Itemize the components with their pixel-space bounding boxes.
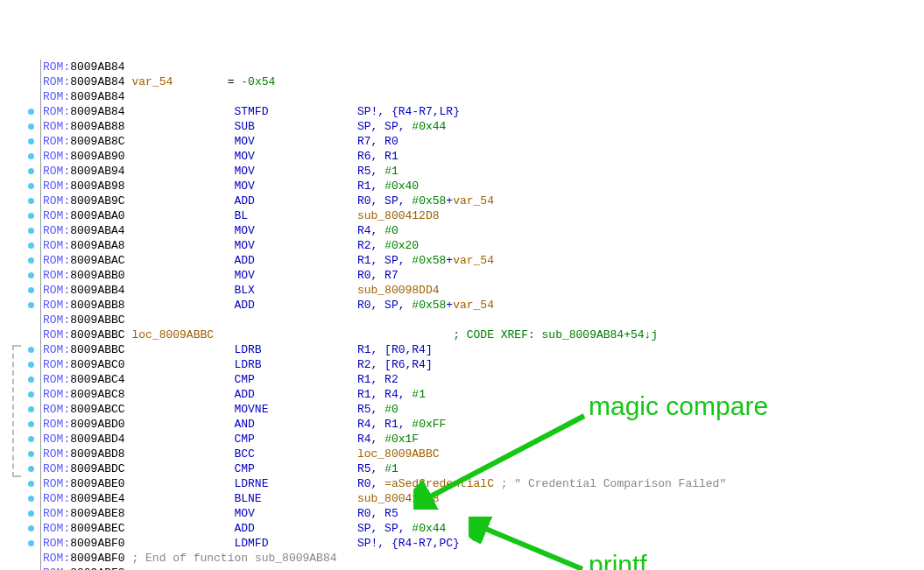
breakpoint-dot[interactable]: [28, 510, 34, 517]
margin-line: [40, 60, 41, 570]
annotation-printf: printf: [589, 557, 647, 570]
breakpoint-dot[interactable]: [28, 243, 34, 249]
arrow-printf: [469, 517, 587, 570]
code-line[interactable]: ROM:8009ABD4 CMP R4, #0x1F: [43, 432, 726, 447]
breakpoint-dot[interactable]: [28, 213, 34, 219]
code-line[interactable]: ROM:8009AB94 MOV R5, #1: [43, 164, 726, 179]
breakpoint-dot[interactable]: [28, 406, 34, 412]
code-line[interactable]: ROM:8009AB84 var_54 = -0x54: [43, 74, 726, 89]
breakpoint-dot[interactable]: [28, 362, 34, 368]
code-line[interactable]: ROM:8009ABC0 LDRB R2, [R6,R4]: [43, 357, 726, 372]
breakpoint-dot[interactable]: [28, 376, 34, 383]
code-line[interactable]: ROM:8009ABC4 CMP R1, R2: [43, 372, 726, 387]
breakpoint-dot[interactable]: [28, 525, 34, 531]
gutter: [11, 60, 39, 570]
breakpoint-dot[interactable]: [28, 272, 34, 278]
loop-bracket: [12, 345, 19, 477]
code-line[interactable]: ROM:8009ABB0 MOV R0, R7: [43, 268, 726, 283]
breakpoint-dot[interactable]: [28, 466, 34, 472]
code-line[interactable]: ROM:8009ABE8 MOV R0, R5: [43, 506, 726, 521]
breakpoint-dot[interactable]: [28, 421, 34, 427]
code-line[interactable]: ROM:8009ABDC CMP R5, #1: [43, 461, 726, 476]
code-line[interactable]: ROM:8009ABB4 BLX sub_80098DD4: [43, 283, 726, 298]
code-line[interactable]: ROM:8009ABEC ADD SP, SP, #0x44: [43, 521, 726, 536]
breakpoint-dot[interactable]: [28, 540, 34, 546]
code-line[interactable]: ROM:8009AB84 STMFD SP!, {R4-R7,LR}: [43, 104, 726, 119]
code-line[interactable]: ROM:8009AB98 MOV R1, #0x40: [43, 179, 726, 194]
code-line[interactable]: ROM:8009ABE4 BLNE sub_80041028: [43, 491, 726, 506]
breakpoint-dot[interactable]: [28, 287, 34, 293]
breakpoint-dot[interactable]: [28, 123, 34, 130]
code-line[interactable]: ROM:8009ABE0 LDRNE R0, =aSedCredentialC …: [43, 476, 726, 491]
arrow-magic-compare: [413, 407, 587, 510]
breakpoint-dot[interactable]: [28, 496, 34, 502]
code-line[interactable]: ROM:8009AB84: [43, 60, 726, 74]
code-line[interactable]: ROM:8009ABF0 LDMFD SP!, {R4-R7,PC}: [43, 536, 726, 551]
breakpoint-dot[interactable]: [28, 481, 34, 487]
code-line[interactable]: ROM:8009ABBC loc_8009ABBC ; CODE XREF: s…: [43, 327, 726, 342]
code-line[interactable]: ROM:8009ABA0 BL sub_800412D8: [43, 208, 726, 223]
breakpoint-dot[interactable]: [28, 302, 34, 308]
code-line[interactable]: ROM:8009ABAC ADD R1, SP, #0x58+var_54: [43, 253, 726, 268]
code-line[interactable]: ROM:8009AB8C MOV R7, R0: [43, 134, 726, 149]
breakpoint-dot[interactable]: [28, 109, 34, 115]
disassembly-view[interactable]: ROM:8009AB84ROM:8009AB84 var_54 = -0x54R…: [0, 60, 924, 570]
code-area[interactable]: ROM:8009AB84ROM:8009AB84 var_54 = -0x54R…: [43, 60, 726, 570]
breakpoint-dot[interactable]: [28, 198, 34, 204]
code-line[interactable]: ROM:8009AB9C ADD R0, SP, #0x58+var_54: [43, 194, 726, 208]
code-line[interactable]: ROM:8009AB88 SUB SP, SP, #0x44: [43, 119, 726, 134]
breakpoint-dot[interactable]: [28, 183, 34, 189]
breakpoint-dot[interactable]: [28, 391, 34, 398]
breakpoint-dot[interactable]: [28, 451, 34, 457]
code-line[interactable]: ROM:8009ABA4 MOV R4, #0: [43, 223, 726, 238]
breakpoint-dot[interactable]: [28, 436, 34, 442]
svg-line-0: [422, 416, 584, 501]
code-line[interactable]: ROM:8009ABBC LDRB R1, [R0,R4]: [43, 342, 726, 357]
breakpoint-dot[interactable]: [28, 138, 34, 144]
svg-line-1: [477, 525, 582, 569]
code-line[interactable]: ROM:8009ABD8 BCC loc_8009ABBC: [43, 447, 726, 461]
code-line[interactable]: ROM:8009AB84: [43, 89, 726, 104]
breakpoint-dot[interactable]: [28, 168, 34, 174]
code-line[interactable]: ROM:8009ABA8 MOV R2, #0x20: [43, 238, 726, 253]
code-line[interactable]: ROM:8009ABB8 ADD R0, SP, #0x58+var_54: [43, 298, 726, 313]
breakpoint-dot[interactable]: [28, 228, 34, 234]
code-line[interactable]: ROM:8009ABBC: [43, 313, 726, 327]
code-line[interactable]: ROM:8009AB90 MOV R6, R1: [43, 149, 726, 164]
breakpoint-dot[interactable]: [28, 153, 34, 159]
breakpoint-dot[interactable]: [28, 257, 34, 264]
annotation-magic-compare: magic compare: [589, 398, 768, 413]
breakpoint-dot[interactable]: [28, 347, 34, 353]
